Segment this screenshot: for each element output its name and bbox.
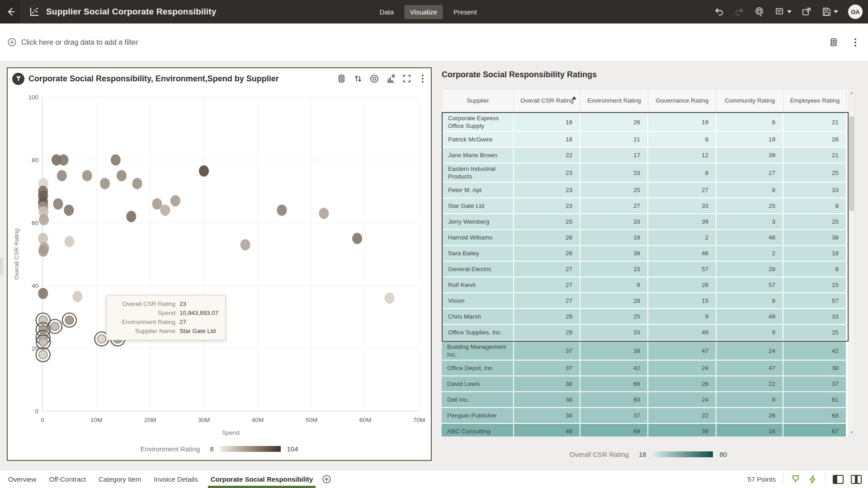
auto-apply-icon[interactable]: [808, 474, 818, 484]
supplier-cell[interactable]: Jane Marie Brown: [443, 148, 514, 164]
rating-cell[interactable]: 8: [717, 392, 783, 408]
rating-cell[interactable]: 8: [717, 293, 783, 309]
rating-cell[interactable]: 25: [580, 309, 648, 325]
supplier-cell[interactable]: Office Depot, Inc: [442, 361, 514, 376]
canvas-tab-category-item[interactable]: Category Item: [92, 470, 147, 488]
supplier-cell[interactable]: Eastern Industrial Products: [443, 164, 514, 183]
chart-properties-icon[interactable]: [386, 74, 396, 84]
add-filter-target[interactable]: Click here or drag data to add a filter: [7, 38, 138, 47]
auto-insights-button[interactable]: [754, 6, 765, 17]
rating-cell[interactable]: 27: [717, 164, 783, 183]
rating-cell[interactable]: 8: [648, 132, 717, 148]
rating-cell[interactable]: 21: [580, 132, 648, 148]
rating-cell[interactable]: 33: [580, 164, 648, 183]
table-row[interactable]: Chris Marsh292594933: [443, 309, 848, 325]
scatter-plot[interactable]: 020406080100010M20M30M40M50M60M70MOveral…: [8, 89, 431, 439]
rating-cell[interactable]: 33: [648, 198, 717, 214]
supplier-cell[interactable]: Building Management Inc.: [442, 342, 514, 361]
canvas-tab-overview[interactable]: Overview: [2, 470, 43, 488]
supplier-cell[interactable]: Rolf Kievit: [443, 277, 514, 293]
viz-filter-badge[interactable]: [12, 73, 24, 85]
scrollbar-thumb[interactable]: [849, 117, 854, 211]
supplier-cell[interactable]: David Lewis: [442, 376, 514, 392]
rating-cell[interactable]: 2: [648, 230, 717, 246]
table-row[interactable]: Peter M. Apt232527833: [443, 183, 848, 198]
rating-cell[interactable]: 24: [717, 342, 783, 361]
canvas-tab-invoice-details[interactable]: Invoice Details: [147, 470, 204, 488]
rating-cell[interactable]: 15: [580, 262, 648, 277]
rating-cell[interactable]: 26: [514, 246, 580, 262]
table-row[interactable]: Star Gate Ltd232733258: [443, 198, 848, 214]
layout-split-panel-icon[interactable]: [851, 475, 862, 484]
canvas-settings-icon[interactable]: [828, 37, 839, 48]
rating-cell[interactable]: 22: [514, 148, 580, 164]
table-row[interactable]: Office Supplies, Inc.293349925: [443, 325, 848, 341]
supplier-cell[interactable]: Peter M. Apt: [443, 183, 514, 198]
rating-cell[interactable]: 25: [580, 183, 648, 198]
table-row[interactable]: Eastern Industrial Products233382725: [443, 164, 848, 183]
supplier-cell[interactable]: Star Gate Ltd: [443, 198, 514, 214]
rating-cell[interactable]: 37: [783, 376, 847, 392]
pivot-table[interactable]: SupplierOverall CSR RatingEnvironment Ra…: [442, 89, 849, 436]
rating-cell[interactable]: 22: [717, 376, 783, 392]
redo-button[interactable]: [734, 7, 744, 17]
column-header-community-rating[interactable]: Community Rating: [717, 89, 783, 112]
rating-cell[interactable]: 25: [783, 325, 847, 341]
rating-cell[interactable]: 33: [783, 183, 847, 198]
rating-cell[interactable]: 8: [717, 183, 783, 198]
table-row[interactable]: ABC Consulting4869391867: [442, 424, 849, 436]
rating-cell[interactable]: 42: [580, 361, 648, 376]
mode-tab-visualize[interactable]: Visualize: [404, 5, 443, 19]
column-header-overall-csr-rating[interactable]: Overall CSR Rating: [514, 89, 580, 112]
table-visualization-panel[interactable]: Corporate Social Responsibility Ratings …: [442, 70, 855, 459]
rating-cell[interactable]: 18: [580, 230, 648, 246]
undo-button[interactable]: [714, 7, 724, 17]
rating-cell[interactable]: 22: [648, 408, 717, 424]
rating-cell[interactable]: 38: [580, 246, 648, 262]
rating-cell[interactable]: 49: [717, 309, 783, 325]
rating-cell[interactable]: 27: [648, 183, 717, 198]
table-scrollbar[interactable]: ▲ ▼: [849, 89, 855, 436]
rating-cell[interactable]: 18: [783, 246, 847, 262]
rating-cell[interactable]: 8: [648, 164, 717, 183]
rating-cell[interactable]: 39: [648, 424, 717, 436]
rating-cell[interactable]: 23: [514, 164, 580, 183]
rating-cell[interactable]: 2: [717, 246, 783, 262]
mode-tab-present[interactable]: Present: [448, 5, 483, 19]
user-avatar[interactable]: OA: [848, 5, 863, 19]
column-header-supplier[interactable]: Supplier: [442, 89, 514, 112]
supplier-cell[interactable]: Harrold Williams: [443, 230, 514, 246]
rating-cell[interactable]: 33: [783, 309, 847, 325]
rating-cell[interactable]: 19: [648, 113, 717, 132]
rating-cell[interactable]: 48: [717, 230, 783, 246]
table-row[interactable]: Sara Bailey263848218: [443, 246, 848, 262]
sort-icon[interactable]: [353, 74, 363, 84]
scroll-down-icon[interactable]: ▼: [849, 429, 854, 436]
rating-cell[interactable]: 48: [648, 246, 717, 262]
conditional-formatting-icon[interactable]: [336, 74, 347, 84]
rating-cell[interactable]: 48: [514, 424, 580, 436]
rating-cell[interactable]: 28: [648, 277, 717, 293]
supplier-cell[interactable]: Corporate Express Office Supply: [443, 113, 514, 132]
canvas-menu-icon[interactable]: [851, 38, 860, 47]
canvas-tab-off-contract[interactable]: Off-Contract: [43, 470, 92, 488]
table-row[interactable]: Building Management Inc.3738472442: [442, 342, 849, 361]
table-row[interactable]: Corporate Express Office Supply182619821: [443, 113, 848, 132]
scroll-up-icon[interactable]: ▲: [849, 89, 854, 96]
rating-cell[interactable]: 38: [514, 376, 580, 392]
supplier-cell[interactable]: Office Supplies, Inc.: [443, 325, 514, 341]
mode-tab-data[interactable]: Data: [373, 5, 400, 19]
rating-cell[interactable]: 8: [783, 262, 847, 277]
rating-cell[interactable]: 18: [717, 424, 783, 436]
rating-cell[interactable]: 47: [648, 342, 717, 361]
supplier-cell[interactable]: ABC Consulting: [442, 424, 514, 436]
rating-cell[interactable]: 24: [648, 361, 717, 376]
rating-cell[interactable]: 38: [514, 408, 580, 424]
rating-cell[interactable]: 8: [783, 198, 847, 214]
rating-cell[interactable]: 24: [648, 392, 717, 408]
rating-cell[interactable]: 38: [514, 392, 580, 408]
rating-cell[interactable]: 38: [580, 342, 648, 361]
rating-cell[interactable]: 33: [580, 214, 648, 230]
column-header-governance-rating[interactable]: Governance Rating: [648, 89, 717, 112]
supplier-cell[interactable]: Chris Marsh: [443, 309, 514, 325]
